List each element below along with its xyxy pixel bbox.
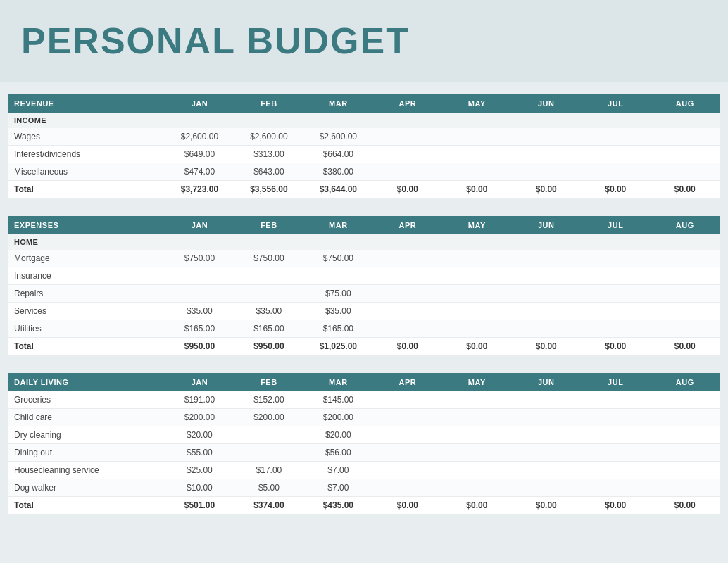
cell-mar: $664.00 bbox=[303, 146, 372, 163]
revenue-col-feb: FEB bbox=[234, 94, 303, 113]
cell-may bbox=[442, 320, 511, 338]
cell-jul bbox=[581, 479, 650, 497]
cell-label: Wages bbox=[8, 128, 165, 146]
cell-may bbox=[442, 128, 511, 146]
cell-aug bbox=[650, 462, 720, 479]
page-wrapper: PERSONAL BUDGET REVENUE JAN FEB MAR APR … bbox=[0, 0, 728, 563]
cell-jan: $474.00 bbox=[165, 163, 234, 181]
daily-living-col-apr: APR bbox=[373, 373, 442, 391]
revenue-col-jan: JAN bbox=[165, 94, 234, 113]
table-row: Dining out$55.00$56.00 bbox=[8, 444, 720, 462]
cell-apr bbox=[373, 250, 442, 267]
expenses-col-mar: MAR bbox=[303, 216, 372, 234]
cell-aug: $0.00 bbox=[650, 338, 720, 355]
cell-feb: $374.00 bbox=[234, 497, 303, 514]
cell-jan: $55.00 bbox=[165, 444, 234, 462]
cell-apr bbox=[373, 128, 442, 146]
cell-jun bbox=[512, 285, 581, 303]
cell-may bbox=[442, 285, 511, 303]
revenue-col-jun: JUN bbox=[512, 94, 581, 113]
table-row: Insurance bbox=[8, 267, 720, 285]
table-row: Services$35.00$35.00$35.00 bbox=[8, 303, 720, 320]
cell-may bbox=[442, 409, 511, 426]
cell-jun bbox=[512, 320, 581, 338]
cell-mar bbox=[303, 267, 372, 285]
cell-jun bbox=[512, 391, 581, 409]
cell-label: Total bbox=[8, 181, 165, 198]
cell-may bbox=[442, 444, 511, 462]
cell-jun bbox=[512, 128, 581, 146]
cell-mar: $35.00 bbox=[303, 303, 372, 320]
cell-mar: $7.00 bbox=[303, 479, 372, 497]
cell-jun bbox=[512, 303, 581, 320]
cell-jun: $0.00 bbox=[512, 497, 581, 514]
daily-living-col-feb: FEB bbox=[234, 373, 303, 391]
daily-living-header-row: DAILY LIVING JAN FEB MAR APR MAY JUN JUL… bbox=[8, 373, 720, 391]
cell-jun bbox=[512, 250, 581, 267]
daily-living-col-aug: AUG bbox=[650, 373, 720, 391]
cell-jan bbox=[165, 267, 234, 285]
cell-feb: $950.00 bbox=[234, 338, 303, 355]
cell-may bbox=[442, 303, 511, 320]
daily-living-table: DAILY LIVING JAN FEB MAR APR MAY JUN JUL… bbox=[8, 373, 720, 514]
cell-feb: $152.00 bbox=[234, 391, 303, 409]
daily-living-section: DAILY LIVING JAN FEB MAR APR MAY JUN JUL… bbox=[0, 360, 728, 519]
cell-jul bbox=[581, 285, 650, 303]
cell-jan: $649.00 bbox=[165, 146, 234, 163]
cell-apr: $0.00 bbox=[373, 497, 442, 514]
cell-aug bbox=[650, 163, 720, 181]
cell-jul bbox=[581, 426, 650, 444]
cell-mar: $2,600.00 bbox=[303, 128, 372, 146]
cell-jul bbox=[581, 250, 650, 267]
page-title: PERSONAL BUDGET bbox=[21, 20, 707, 62]
cell-label: Mortgage bbox=[8, 250, 165, 267]
cell-jan: $750.00 bbox=[165, 250, 234, 267]
cell-label: Miscellaneous bbox=[8, 163, 165, 181]
table-row: Dog walker$10.00$5.00$7.00 bbox=[8, 479, 720, 497]
revenue-col-jul: JUL bbox=[581, 94, 650, 113]
cell-mar: $75.00 bbox=[303, 285, 372, 303]
cell-jan: $950.00 bbox=[165, 338, 234, 355]
cell-jan bbox=[165, 285, 234, 303]
table-row: Miscellaneous$474.00$643.00$380.00 bbox=[8, 163, 720, 181]
cell-jan: $10.00 bbox=[165, 479, 234, 497]
cell-jul bbox=[581, 320, 650, 338]
cell-feb bbox=[234, 267, 303, 285]
cell-feb: $643.00 bbox=[234, 163, 303, 181]
cell-label: Interest/dividends bbox=[8, 146, 165, 163]
cell-apr bbox=[373, 479, 442, 497]
cell-feb: $165.00 bbox=[234, 320, 303, 338]
cell-feb: $200.00 bbox=[234, 409, 303, 426]
cell-apr bbox=[373, 146, 442, 163]
cell-mar: $3,644.00 bbox=[303, 181, 372, 198]
cell-apr: $0.00 bbox=[373, 181, 442, 198]
cell-label: Dining out bbox=[8, 444, 165, 462]
expenses-col-apr: APR bbox=[373, 216, 442, 234]
expenses-col-feb: FEB bbox=[234, 216, 303, 234]
cell-apr: $0.00 bbox=[373, 338, 442, 355]
cell-jan: $501.00 bbox=[165, 497, 234, 514]
table-row: Housecleaning service$25.00$17.00$7.00 bbox=[8, 462, 720, 479]
cell-feb: $3,556.00 bbox=[234, 181, 303, 198]
table-row: Interest/dividends$649.00$313.00$664.00 bbox=[8, 146, 720, 163]
cell-jul bbox=[581, 146, 650, 163]
cell-label: Total bbox=[8, 497, 165, 514]
daily-living-col-jul: JUL bbox=[581, 373, 650, 391]
cell-jul: $0.00 bbox=[581, 181, 650, 198]
expenses-col-may: MAY bbox=[442, 216, 511, 234]
cell-jul bbox=[581, 267, 650, 285]
cell-apr bbox=[373, 285, 442, 303]
cell-label: Total bbox=[8, 338, 165, 355]
cell-aug bbox=[650, 285, 720, 303]
cell-jun bbox=[512, 462, 581, 479]
cell-aug: $0.00 bbox=[650, 497, 720, 514]
table-row: Child care$200.00$200.00$200.00 bbox=[8, 409, 720, 426]
cell-aug bbox=[650, 146, 720, 163]
cell-aug bbox=[650, 409, 720, 426]
cell-aug bbox=[650, 267, 720, 285]
cell-apr bbox=[373, 409, 442, 426]
cell-aug: $0.00 bbox=[650, 181, 720, 198]
cell-jun bbox=[512, 267, 581, 285]
income-subheader: INCOME bbox=[8, 113, 720, 128]
cell-aug bbox=[650, 320, 720, 338]
